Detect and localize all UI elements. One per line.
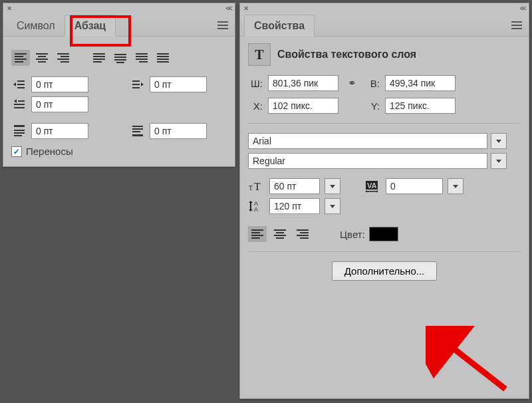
svg-rect-21 xyxy=(367,191,376,192)
svg-rect-15 xyxy=(132,131,140,132)
separator xyxy=(248,251,521,252)
panel-menu-icon[interactable] xyxy=(217,19,228,31)
font-size-icon: TT xyxy=(248,178,264,194)
height-label: В: xyxy=(365,78,380,89)
svg-rect-6 xyxy=(18,100,25,102)
svg-rect-22 xyxy=(250,203,251,209)
close-icon[interactable]: ✕ xyxy=(242,5,250,12)
indent-right-input[interactable] xyxy=(150,76,207,92)
x-label: X: xyxy=(248,100,263,112)
svg-rect-10 xyxy=(14,130,25,131)
indent-right-icon xyxy=(130,76,146,92)
text-align-left-button[interactable] xyxy=(248,226,267,242)
checkbox-checked-icon: ✓ xyxy=(11,146,22,157)
paragraph-panel: ✕ << Символ Абзац xyxy=(3,3,235,167)
svg-rect-14 xyxy=(132,128,143,130)
tracking-dropdown-icon[interactable] xyxy=(448,178,464,194)
font-family-dropdown-icon[interactable] xyxy=(491,133,507,149)
svg-rect-12 xyxy=(14,135,22,136)
space-after-icon xyxy=(130,123,146,139)
space-after-input[interactable] xyxy=(150,123,207,139)
panel-tabstrip: Свойства xyxy=(240,13,529,37)
font-style-select[interactable] xyxy=(248,153,487,169)
type-layer-icon: T xyxy=(248,43,271,66)
width-input[interactable] xyxy=(268,75,338,91)
font-family-select[interactable] xyxy=(248,133,487,149)
section-title: Свойства текстового слоя xyxy=(277,49,416,61)
first-line-indent-icon xyxy=(11,96,27,112)
width-label: Ш: xyxy=(248,78,263,89)
leading-input[interactable] xyxy=(269,198,320,214)
justify-center-button[interactable] xyxy=(111,50,130,66)
align-center-button[interactable] xyxy=(33,50,51,66)
panel-titlebar: ✕ << xyxy=(3,3,235,13)
svg-text:VA: VA xyxy=(367,182,377,190)
tracking-input[interactable] xyxy=(386,178,443,194)
svg-rect-13 xyxy=(132,126,143,127)
justify-all-button[interactable] xyxy=(154,50,172,66)
svg-rect-8 xyxy=(14,107,25,108)
hyphenate-label: Переносы xyxy=(26,146,73,157)
svg-text:T: T xyxy=(254,181,261,192)
panel-menu-icon[interactable] xyxy=(511,19,522,31)
tracking-icon: VA xyxy=(364,178,380,194)
collapse-icon[interactable]: << xyxy=(519,4,527,12)
indent-left-icon xyxy=(11,76,27,92)
space-before-icon xyxy=(11,123,27,139)
collapse-icon[interactable]: << xyxy=(225,4,233,12)
panel-tabstrip: Символ Абзац xyxy=(3,13,235,37)
color-swatch[interactable] xyxy=(369,227,398,241)
color-label: Цвет: xyxy=(340,229,365,240)
more-options-button[interactable]: Дополнительно... xyxy=(332,261,437,281)
x-input[interactable] xyxy=(268,98,338,114)
svg-text:A: A xyxy=(254,206,258,213)
separator xyxy=(248,123,521,124)
justify-left-button[interactable] xyxy=(90,50,108,66)
svg-rect-11 xyxy=(14,132,25,134)
svg-rect-3 xyxy=(132,80,140,82)
close-icon[interactable]: ✕ xyxy=(5,5,13,12)
properties-panel: ✕ << Свойства T Свойства текстового слоя… xyxy=(239,3,529,399)
alignment-row xyxy=(11,50,227,66)
hyphenate-checkbox[interactable]: ✓ Переносы xyxy=(11,146,227,157)
section-header: T Свойства текстового слоя xyxy=(248,43,521,66)
align-right-button[interactable] xyxy=(54,50,72,66)
justify-right-button[interactable] xyxy=(132,50,151,66)
svg-text:T: T xyxy=(249,184,253,192)
tab-paragraph[interactable]: Абзац xyxy=(65,15,116,37)
svg-rect-4 xyxy=(132,84,140,85)
svg-rect-2 xyxy=(17,87,25,88)
svg-rect-9 xyxy=(14,125,25,127)
leading-dropdown-icon[interactable] xyxy=(325,198,340,214)
svg-rect-1 xyxy=(17,84,25,85)
panel-titlebar: ✕ << xyxy=(240,3,529,13)
first-line-indent-input[interactable] xyxy=(31,96,88,112)
text-align-center-button[interactable] xyxy=(271,226,289,242)
font-size-dropdown-icon[interactable] xyxy=(325,178,340,194)
space-before-input[interactable] xyxy=(31,123,88,139)
link-icon[interactable]: ⚭ xyxy=(344,75,360,91)
svg-rect-5 xyxy=(132,87,140,88)
align-left-button[interactable] xyxy=(11,50,30,66)
tab-symbol[interactable]: Символ xyxy=(7,15,65,36)
height-input[interactable] xyxy=(385,75,456,91)
font-style-dropdown-icon[interactable] xyxy=(491,153,507,169)
text-align-right-button[interactable] xyxy=(293,226,312,242)
leading-icon: AA xyxy=(248,198,264,214)
y-label: Y: xyxy=(365,100,380,112)
svg-rect-0 xyxy=(17,80,25,82)
indent-left-input[interactable] xyxy=(31,76,88,92)
y-input[interactable] xyxy=(385,98,456,114)
font-size-input[interactable] xyxy=(269,178,320,194)
tab-properties[interactable]: Свойства xyxy=(244,15,315,37)
svg-rect-7 xyxy=(14,104,25,105)
svg-rect-16 xyxy=(132,134,143,136)
